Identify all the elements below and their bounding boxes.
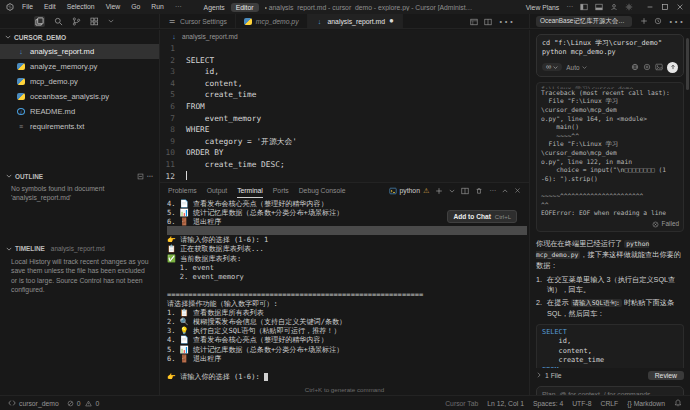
toggle-panel-icon[interactable] [595, 3, 603, 11]
chat-composer[interactable]: Plan, @ for context, / for commands ∞ Au… [536, 386, 684, 395]
panel-more-icon[interactable]: ⋯ [489, 187, 496, 195]
attach-context-icon[interactable] [643, 63, 651, 71]
outline-title[interactable]: OUTLINE [15, 173, 43, 180]
terminal-shell-tab[interactable]: python ⚠ [389, 187, 430, 195]
chat-user-message[interactable]: cd "f:\Linux 学习\cursor_demo" python mcp_… [536, 34, 684, 77]
file-name: oceanbase_analysis.py [30, 92, 109, 101]
problems-indicator[interactable]: 0 0 [67, 400, 100, 407]
explorer-icon[interactable] [34, 16, 45, 27]
editor-more-icon[interactable]: ⋯ [498, 12, 514, 31]
breadcrumb[interactable]: analysis_report.md [160, 30, 529, 42]
editor-tab[interactable]: analysis_report.md ● [308, 14, 403, 28]
cursor-tab-toggle[interactable]: Cursor Tab [445, 400, 478, 407]
file-tree-item[interactable]: oceanbase_analysis.py [0, 89, 159, 104]
line-text: create_time [186, 89, 256, 101]
agent-mode-pill[interactable]: ∞ [542, 63, 562, 71]
notifications-bell-icon[interactable] [674, 399, 682, 407]
remote-indicator[interactable]: cursor_demo [8, 399, 59, 407]
outline-more-icon[interactable]: ⋯ [147, 172, 153, 180]
file-tree-item[interactable]: analysis_report.md [0, 44, 159, 59]
file-tree-item[interactable]: analyze_memory.py [0, 59, 159, 74]
editor-tab[interactable]: Cursor Settings ● [160, 14, 236, 28]
panel-tab[interactable]: Problems [168, 183, 197, 198]
view-plans-button[interactable]: View Plans [526, 4, 560, 11]
review-button[interactable]: Review [648, 371, 684, 380]
minimize-icon[interactable] [646, 3, 654, 11]
open-preview-icon[interactable] [470, 18, 478, 26]
file-name: analysis_report.md [30, 47, 94, 56]
sql-line: create_time [542, 356, 678, 365]
encoding[interactable]: UTF-8 [572, 400, 591, 407]
indentation[interactable]: Spaces: 4 [533, 400, 563, 407]
menu-overflow-icon[interactable]: ⋯ [173, 3, 184, 11]
panel-tab[interactable]: Terminal [237, 183, 263, 198]
chevron-down-icon [553, 65, 558, 70]
code-line: 1 [160, 43, 529, 55]
kill-terminal-icon[interactable] [475, 187, 483, 195]
close-panel-icon[interactable] [514, 187, 521, 194]
settings-gear-icon[interactable] [625, 3, 633, 11]
outline-collapse-icon[interactable] [137, 173, 144, 180]
menu-item[interactable]: View [104, 3, 123, 11]
maximize-icon[interactable] [661, 3, 669, 11]
file-tree-item[interactable]: README.md [0, 104, 159, 119]
file-tree-item[interactable]: mcp_demo.py [0, 74, 159, 89]
terminal-line: 2. event_memory [167, 272, 527, 281]
search-icon[interactable] [54, 17, 63, 26]
terminal-output[interactable]: 4. 📄 查看发布会核心亮点（整理好的精华内容） 5. 📊 统计记忆库数据（总条… [167, 199, 527, 382]
menu-item[interactable]: Run [149, 3, 165, 11]
chevron-down-icon[interactable] [108, 18, 114, 24]
split-terminal-icon[interactable] [461, 187, 469, 195]
image-icon[interactable] [655, 63, 663, 71]
split-editor-icon[interactable] [484, 18, 492, 26]
agents-button[interactable]: Agents [204, 4, 225, 11]
chat-tab[interactable]: OceanBase记忆库开源大会记录 [536, 16, 632, 27]
timeline-title[interactable]: TIMELINE [15, 245, 45, 252]
code-line: 12 [160, 171, 529, 183]
language-mode[interactable]: {} Markdown [627, 400, 665, 407]
editor-tab[interactable]: mcp_demo.py ● [236, 14, 308, 28]
menu-item[interactable]: File [20, 3, 35, 11]
maximize-panel-icon[interactable] [502, 188, 508, 194]
menu-item[interactable]: Go [129, 3, 142, 11]
breadcrumb-item[interactable]: analysis_report.md [182, 33, 238, 40]
panel-tab[interactable]: Ports [273, 183, 289, 198]
file-tree-item[interactable]: requirements.txt [0, 119, 159, 134]
cursor-position[interactable]: Ln 12, Col 1 [487, 400, 524, 407]
menu-item[interactable]: Edit [42, 3, 58, 11]
sql-code-block[interactable]: SELECT id, content, create_timeFROM [536, 324, 684, 368]
send-button[interactable] [667, 62, 678, 73]
folder-header[interactable]: CURSOR_DEMO [0, 30, 159, 44]
chat-more-icon[interactable]: ⋯ [668, 12, 684, 31]
error-count: 0 [77, 400, 81, 407]
chevron-down-icon [5, 34, 11, 40]
run-command-result[interactable]: f:\Linux 学习\cursor_demo Traceback (most … [536, 82, 684, 233]
warnings-icon [85, 400, 92, 407]
editor-mode-button[interactable]: Editor [231, 3, 259, 12]
history-icon[interactable] [654, 17, 662, 25]
globe-icon[interactable] [631, 63, 639, 71]
title-more-icon[interactable]: ⋯ [566, 3, 573, 11]
new-terminal-icon[interactable] [435, 187, 443, 195]
code-editor[interactable]: 1 2SELECT 3 id, 4 content, 5 create_time [160, 43, 529, 182]
terminal-cursor [264, 373, 269, 381]
terminal-profile-chevron-icon[interactable] [449, 188, 455, 194]
panel-tab[interactable]: Debug Console [299, 183, 346, 198]
account-icon[interactable] [610, 3, 618, 11]
new-chat-icon[interactable] [640, 17, 648, 25]
chat-scrollbar[interactable] [686, 38, 689, 90]
terminal-line: 4. 📄 查看发布会核心亮点（整理好的精华内容） [167, 199, 527, 208]
changed-files-row[interactable]: 1 File Review [536, 371, 684, 380]
source-control-icon[interactable] [72, 17, 81, 26]
eol-sequence[interactable]: CRLF [600, 400, 618, 407]
toggle-sidebar-icon[interactable] [580, 3, 588, 11]
extensions-icon[interactable] [90, 17, 99, 26]
model-selector[interactable]: Auto [566, 64, 586, 71]
panel-tab[interactable]: Output [207, 183, 227, 198]
add-to-chat-button[interactable]: Add to Chat Ctrl+L [447, 210, 517, 223]
close-icon[interactable] [676, 3, 684, 11]
modified-dot-icon[interactable]: ● [389, 19, 394, 23]
traceback-line: ^^ [541, 201, 679, 210]
menu-item[interactable]: Selection [65, 3, 97, 11]
sql-line: FROM [542, 366, 678, 368]
